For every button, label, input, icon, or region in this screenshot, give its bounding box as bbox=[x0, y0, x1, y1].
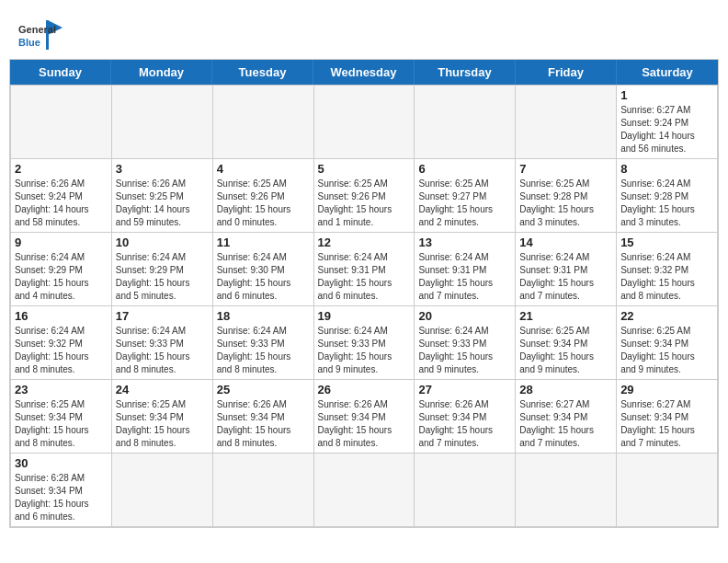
day-number: 19 bbox=[318, 309, 411, 323]
day-info: Sunrise: 6:25 AM Sunset: 9:34 PM Dayligh… bbox=[620, 325, 713, 376]
calendar-grid: 1Sunrise: 6:27 AM Sunset: 9:24 PM Daylig… bbox=[10, 85, 718, 527]
day-number: 25 bbox=[217, 383, 310, 396]
day-cell-4: 4Sunrise: 6:25 AM Sunset: 9:26 PM Daylig… bbox=[213, 159, 314, 233]
day-number: 28 bbox=[519, 383, 612, 396]
calendar: SundayMondayTuesdayWednesdayThursdayFrid… bbox=[9, 59, 719, 528]
day-cell-21: 21Sunrise: 6:25 AM Sunset: 9:34 PM Dayli… bbox=[516, 306, 617, 380]
day-cell-12: 12Sunrise: 6:24 AM Sunset: 9:31 PM Dayli… bbox=[314, 233, 415, 306]
day-cell-5: 5Sunrise: 6:25 AM Sunset: 9:26 PM Daylig… bbox=[314, 159, 415, 233]
empty-cell bbox=[112, 454, 213, 527]
day-info: Sunrise: 6:25 AM Sunset: 9:34 PM Dayligh… bbox=[519, 325, 612, 376]
day-number: 1 bbox=[620, 88, 713, 102]
day-header-sunday: Sunday bbox=[10, 60, 111, 85]
day-cell-19: 19Sunrise: 6:24 AM Sunset: 9:33 PM Dayli… bbox=[314, 306, 415, 380]
day-info: Sunrise: 6:26 AM Sunset: 9:24 PM Dayligh… bbox=[15, 178, 108, 229]
day-info: Sunrise: 6:24 AM Sunset: 9:31 PM Dayligh… bbox=[318, 251, 411, 303]
day-info: Sunrise: 6:24 AM Sunset: 9:32 PM Dayligh… bbox=[15, 325, 108, 376]
empty-cell bbox=[415, 454, 516, 527]
day-cell-26: 26Sunrise: 6:26 AM Sunset: 9:34 PM Dayli… bbox=[314, 380, 415, 454]
header: GeneralBlue bbox=[9, 9, 719, 59]
day-number: 29 bbox=[620, 383, 713, 396]
day-info: Sunrise: 6:26 AM Sunset: 9:34 PM Dayligh… bbox=[217, 398, 310, 450]
day-info: Sunrise: 6:24 AM Sunset: 9:31 PM Dayligh… bbox=[519, 251, 612, 303]
day-number: 23 bbox=[15, 383, 108, 396]
day-info: Sunrise: 6:25 AM Sunset: 9:26 PM Dayligh… bbox=[318, 178, 411, 229]
day-number: 3 bbox=[116, 162, 209, 176]
day-cell-25: 25Sunrise: 6:26 AM Sunset: 9:34 PM Dayli… bbox=[213, 380, 314, 454]
day-info: Sunrise: 6:24 AM Sunset: 9:31 PM Dayligh… bbox=[418, 251, 511, 303]
day-info: Sunrise: 6:25 AM Sunset: 9:34 PM Dayligh… bbox=[116, 398, 209, 450]
svg-text:Blue: Blue bbox=[18, 37, 40, 48]
day-number: 21 bbox=[519, 309, 612, 323]
day-number: 13 bbox=[418, 236, 511, 249]
day-headers: SundayMondayTuesdayWednesdayThursdayFrid… bbox=[10, 60, 718, 85]
day-info: Sunrise: 6:24 AM Sunset: 9:33 PM Dayligh… bbox=[217, 325, 310, 376]
day-number: 30 bbox=[15, 456, 108, 470]
day-cell-3: 3Sunrise: 6:26 AM Sunset: 9:25 PM Daylig… bbox=[112, 159, 213, 233]
day-cell-8: 8Sunrise: 6:24 AM Sunset: 9:28 PM Daylig… bbox=[617, 159, 718, 233]
day-number: 4 bbox=[217, 162, 310, 176]
day-cell-23: 23Sunrise: 6:25 AM Sunset: 9:34 PM Dayli… bbox=[11, 380, 112, 454]
day-cell-15: 15Sunrise: 6:24 AM Sunset: 9:32 PM Dayli… bbox=[617, 233, 718, 306]
day-number: 20 bbox=[418, 309, 511, 323]
empty-cell bbox=[516, 454, 617, 527]
day-number: 16 bbox=[15, 309, 108, 323]
day-info: Sunrise: 6:24 AM Sunset: 9:33 PM Dayligh… bbox=[418, 325, 511, 376]
day-cell-13: 13Sunrise: 6:24 AM Sunset: 9:31 PM Dayli… bbox=[415, 233, 516, 306]
day-info: Sunrise: 6:26 AM Sunset: 9:34 PM Dayligh… bbox=[418, 398, 511, 450]
day-header-monday: Monday bbox=[111, 60, 212, 85]
empty-cell bbox=[112, 86, 213, 159]
day-cell-6: 6Sunrise: 6:25 AM Sunset: 9:27 PM Daylig… bbox=[415, 159, 516, 233]
day-number: 18 bbox=[217, 309, 310, 323]
day-info: Sunrise: 6:24 AM Sunset: 9:32 PM Dayligh… bbox=[620, 251, 713, 303]
empty-cell bbox=[415, 86, 516, 159]
empty-cell bbox=[617, 454, 718, 527]
day-number: 22 bbox=[620, 309, 713, 323]
day-number: 10 bbox=[116, 236, 209, 249]
day-cell-28: 28Sunrise: 6:27 AM Sunset: 9:34 PM Dayli… bbox=[516, 380, 617, 454]
day-number: 12 bbox=[318, 236, 411, 249]
day-cell-14: 14Sunrise: 6:24 AM Sunset: 9:31 PM Dayli… bbox=[516, 233, 617, 306]
day-info: Sunrise: 6:26 AM Sunset: 9:25 PM Dayligh… bbox=[116, 178, 209, 229]
day-cell-20: 20Sunrise: 6:24 AM Sunset: 9:33 PM Dayli… bbox=[415, 306, 516, 380]
day-header-tuesday: Tuesday bbox=[212, 60, 313, 85]
day-number: 2 bbox=[15, 162, 108, 176]
logo-icon: GeneralBlue bbox=[18, 17, 64, 53]
day-cell-27: 27Sunrise: 6:26 AM Sunset: 9:34 PM Dayli… bbox=[415, 380, 516, 454]
empty-cell bbox=[314, 86, 415, 159]
day-info: Sunrise: 6:24 AM Sunset: 9:28 PM Dayligh… bbox=[620, 178, 713, 229]
day-number: 5 bbox=[318, 162, 411, 176]
logo: GeneralBlue bbox=[18, 17, 64, 53]
empty-cell bbox=[11, 86, 112, 159]
day-info: Sunrise: 6:25 AM Sunset: 9:28 PM Dayligh… bbox=[519, 178, 612, 229]
day-cell-18: 18Sunrise: 6:24 AM Sunset: 9:33 PM Dayli… bbox=[213, 306, 314, 380]
day-number: 11 bbox=[217, 236, 310, 249]
day-info: Sunrise: 6:27 AM Sunset: 9:34 PM Dayligh… bbox=[620, 398, 713, 450]
empty-cell bbox=[213, 86, 314, 159]
day-info: Sunrise: 6:24 AM Sunset: 9:33 PM Dayligh… bbox=[116, 325, 209, 376]
day-cell-30: 30Sunrise: 6:28 AM Sunset: 9:34 PM Dayli… bbox=[11, 454, 112, 527]
day-info: Sunrise: 6:25 AM Sunset: 9:27 PM Dayligh… bbox=[418, 178, 511, 229]
day-number: 6 bbox=[418, 162, 511, 176]
day-info: Sunrise: 6:24 AM Sunset: 9:33 PM Dayligh… bbox=[318, 325, 411, 376]
day-info: Sunrise: 6:27 AM Sunset: 9:34 PM Dayligh… bbox=[519, 398, 612, 450]
empty-cell bbox=[314, 454, 415, 527]
day-info: Sunrise: 6:26 AM Sunset: 9:34 PM Dayligh… bbox=[318, 398, 411, 450]
day-cell-11: 11Sunrise: 6:24 AM Sunset: 9:30 PM Dayli… bbox=[213, 233, 314, 306]
day-number: 14 bbox=[519, 236, 612, 249]
day-info: Sunrise: 6:24 AM Sunset: 9:30 PM Dayligh… bbox=[217, 251, 310, 303]
day-number: 8 bbox=[620, 162, 713, 176]
day-cell-2: 2Sunrise: 6:26 AM Sunset: 9:24 PM Daylig… bbox=[11, 159, 112, 233]
day-header-friday: Friday bbox=[516, 60, 617, 85]
day-number: 7 bbox=[519, 162, 612, 176]
day-info: Sunrise: 6:25 AM Sunset: 9:26 PM Dayligh… bbox=[217, 178, 310, 229]
day-header-wednesday: Wednesday bbox=[313, 60, 415, 85]
day-cell-7: 7Sunrise: 6:25 AM Sunset: 9:28 PM Daylig… bbox=[516, 159, 617, 233]
day-info: Sunrise: 6:24 AM Sunset: 9:29 PM Dayligh… bbox=[116, 251, 209, 303]
day-number: 24 bbox=[116, 383, 209, 396]
day-info: Sunrise: 6:25 AM Sunset: 9:34 PM Dayligh… bbox=[15, 398, 108, 450]
day-number: 15 bbox=[620, 236, 713, 249]
day-cell-17: 17Sunrise: 6:24 AM Sunset: 9:33 PM Dayli… bbox=[112, 306, 213, 380]
day-info: Sunrise: 6:24 AM Sunset: 9:29 PM Dayligh… bbox=[15, 251, 108, 303]
empty-cell bbox=[516, 86, 617, 159]
